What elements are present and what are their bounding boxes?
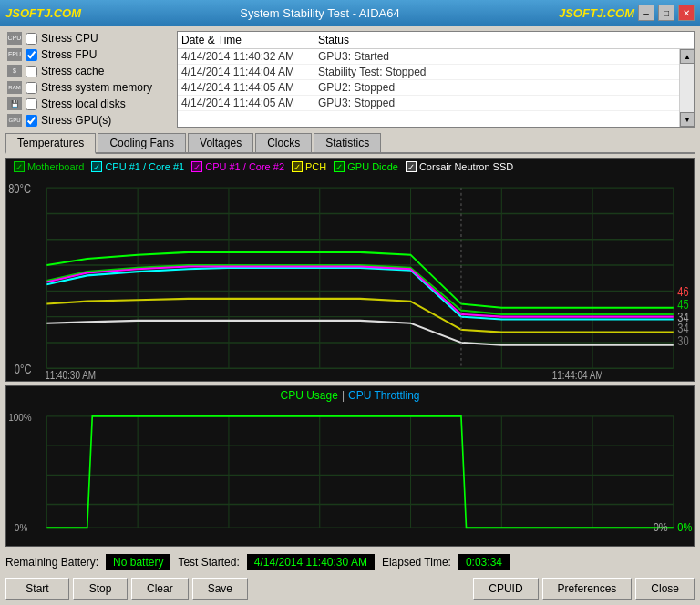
stress-memory-label: Stress system memory xyxy=(41,81,152,94)
logo-left: JSOFTJ.COM xyxy=(5,6,81,20)
chart-area: ✓ Motherboard ✓ CPU #1 / Core #1 ✓ CPU #… xyxy=(5,158,695,547)
tabs: Temperatures Cooling Fans Voltages Clock… xyxy=(5,133,695,154)
tab-temperatures[interactable]: Temperatures xyxy=(5,133,96,154)
preferences-button[interactable]: Preferences xyxy=(542,578,633,600)
log-row: 4/14/2014 11:40:32 AM GPU3: Started xyxy=(178,49,679,65)
svg-text:11:40:30 AM: 11:40:30 AM xyxy=(45,368,96,380)
checkbox-stress-disks[interactable]: 💾 Stress local disks xyxy=(5,97,170,111)
close-window-button[interactable]: Close xyxy=(635,578,695,600)
checkbox-stress-gpu[interactable]: GPU Stress GPU(s) xyxy=(5,113,170,128)
log-entries: 4/14/2014 11:40:32 AM GPU3: Started 4/14… xyxy=(178,49,679,127)
svg-text:0%: 0% xyxy=(677,521,692,535)
fpu-icon: FPU xyxy=(7,48,22,61)
scroll-down-button[interactable]: ▼ xyxy=(680,112,694,127)
battery-value: No battery xyxy=(106,554,170,570)
svg-text:11:44:04 AM: 11:44:04 AM xyxy=(552,368,603,380)
stress-memory-checkbox[interactable] xyxy=(26,82,37,94)
log-header-status: Status xyxy=(318,34,690,46)
save-button[interactable]: Save xyxy=(192,578,248,600)
bottom-bar: Start Stop Clear Save CPUID Preferences … xyxy=(5,574,695,600)
cpu-chart-legend: CPU Usage | CPU Throttling xyxy=(6,386,694,405)
window-title: System Stability Test - AIDA64 xyxy=(240,6,399,20)
stress-cpu-label: Stress CPU xyxy=(41,32,98,45)
stress-cache-checkbox[interactable] xyxy=(26,66,37,77)
log-header-date: Date & Time xyxy=(181,34,318,46)
svg-text:80°C: 80°C xyxy=(8,180,31,196)
cpu-throttling-legend-label: CPU Throttling xyxy=(348,389,419,402)
temp-chart-legend: ✓ Motherboard ✓ CPU #1 / Core #1 ✓ CPU #… xyxy=(6,159,694,175)
legend-cpu-core1: ✓ CPU #1 / Core #1 xyxy=(91,161,184,172)
maximize-button[interactable]: □ xyxy=(658,5,674,21)
stress-cpu-checkbox[interactable] xyxy=(26,33,37,45)
temp-chart-body: 80°C 0°C 45 xyxy=(6,175,694,381)
log-scrollbar[interactable]: ▲ ▼ xyxy=(679,49,694,127)
scroll-up-button[interactable]: ▲ xyxy=(680,49,694,64)
stress-fpu-checkbox[interactable] xyxy=(26,49,37,61)
battery-label: Remaining Battery: xyxy=(5,556,98,569)
minimize-button[interactable]: – xyxy=(638,5,654,21)
checkbox-stress-fpu[interactable]: FPU Stress FPU xyxy=(5,47,170,62)
temperature-chart: ✓ Motherboard ✓ CPU #1 / Core #1 ✓ CPU #… xyxy=(5,158,695,382)
stress-fpu-label: Stress FPU xyxy=(41,48,97,61)
log-header: Date & Time Status xyxy=(178,32,694,49)
tab-clocks[interactable]: Clocks xyxy=(255,133,312,152)
legend-pch: ✓ PCH xyxy=(292,161,326,172)
tab-statistics[interactable]: Statistics xyxy=(314,133,381,152)
stress-gpu-checkbox[interactable] xyxy=(26,115,37,127)
checkbox-stress-cpu[interactable]: CPU Stress CPU xyxy=(5,31,170,46)
svg-text:100%: 100% xyxy=(8,412,32,424)
svg-text:0%: 0% xyxy=(654,521,668,535)
legend-corsair-ssd: ✓ Corsair Neutron SSD xyxy=(406,161,513,172)
svg-rect-0 xyxy=(6,175,694,381)
elapsed-label: Elapsed Time: xyxy=(382,556,451,569)
log-row: 4/14/2014 11:44:05 AM GPU3: Stopped xyxy=(178,96,679,111)
cpu-chart-svg: 100% 0% 0% 0% xyxy=(6,405,694,546)
svg-text:30: 30 xyxy=(677,333,688,348)
memory-icon: RAM xyxy=(7,81,22,94)
elapsed-value: 0:03:34 xyxy=(458,554,510,570)
start-button[interactable]: Start xyxy=(5,578,69,600)
log-scroll-area[interactable]: 4/14/2014 11:40:32 AM GPU3: Started 4/14… xyxy=(178,49,694,127)
cache-icon: $ xyxy=(7,65,22,77)
log-row: 4/14/2014 11:44:04 AM Stability Test: St… xyxy=(178,65,679,80)
legend-motherboard: ✓ Motherboard xyxy=(14,161,84,172)
disk-icon: 💾 xyxy=(7,97,22,110)
stress-disks-checkbox[interactable] xyxy=(26,98,37,110)
title-bar: JSOFTJ.COM System Stability Test - AIDA6… xyxy=(0,0,700,26)
legend-gpu-diode: ✓ GPU Diode xyxy=(334,161,398,172)
checkbox-stress-cache[interactable]: $ Stress cache xyxy=(5,64,170,78)
svg-text:0°C: 0°C xyxy=(15,362,32,377)
legend-cpu-core2: ✓ CPU #1 / Core #2 xyxy=(191,161,284,172)
cpu-icon: CPU xyxy=(7,32,22,45)
tab-voltages[interactable]: Voltages xyxy=(188,133,253,152)
stress-gpu-label: Stress GPU(s) xyxy=(41,114,111,127)
logo-right: JSOFTJ.COM xyxy=(559,6,634,20)
close-button[interactable]: ✕ xyxy=(678,5,695,21)
cpu-usage-legend-label: CPU Usage xyxy=(281,389,338,402)
test-started-value: 4/14/2014 11:40:30 AM xyxy=(247,554,375,570)
cpuid-button[interactable]: CPUID xyxy=(473,578,538,600)
tabs-container: Temperatures Cooling Fans Voltages Clock… xyxy=(5,133,695,154)
gpu-icon: GPU xyxy=(7,114,22,127)
log-row: 4/14/2014 11:44:05 AM GPU2: Stopped xyxy=(178,80,679,96)
checkbox-stress-memory[interactable]: RAM Stress system memory xyxy=(5,80,170,95)
cpu-chart: CPU Usage | CPU Throttling xyxy=(5,385,695,547)
stress-disks-label: Stress local disks xyxy=(41,97,126,110)
svg-text:0%: 0% xyxy=(15,522,28,534)
log-panel: Date & Time Status 4/14/2014 11:40:32 AM… xyxy=(177,31,695,128)
status-bar: Remaining Battery: No battery Test Start… xyxy=(5,550,695,574)
test-started-label: Test Started: xyxy=(178,556,239,569)
stop-button[interactable]: Stop xyxy=(73,578,128,600)
svg-text:46: 46 xyxy=(677,284,688,300)
temp-chart-svg: 80°C 0°C 45 xyxy=(6,175,694,381)
clear-button[interactable]: Clear xyxy=(131,578,189,600)
stress-cache-label: Stress cache xyxy=(41,65,104,77)
tab-cooling-fans[interactable]: Cooling Fans xyxy=(98,133,186,152)
cpu-chart-body: 100% 0% 0% 0% xyxy=(6,405,694,546)
checkboxes-panel: CPU Stress CPU FPU Stress FPU $ Stress c… xyxy=(5,31,170,128)
